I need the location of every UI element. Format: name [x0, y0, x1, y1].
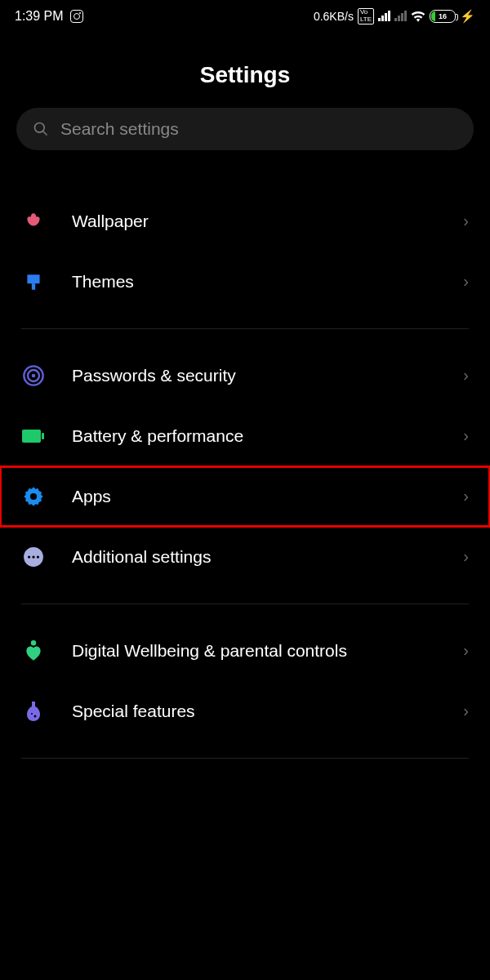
settings-item-wallpaper[interactable]: Wallpaper ›: [0, 191, 490, 252]
page-title: Settings: [0, 31, 490, 108]
settings-item-label: Special features: [72, 700, 437, 722]
chevron-right-icon: ›: [463, 547, 469, 566]
search-bar[interactable]: [16, 108, 474, 150]
settings-item-special[interactable]: Special features ›: [0, 681, 490, 742]
settings-item-themes[interactable]: Themes ›: [0, 252, 490, 312]
chevron-right-icon: ›: [463, 487, 469, 506]
svg-point-11: [28, 555, 30, 558]
search-icon: [33, 121, 49, 137]
divider: [21, 604, 469, 604]
network-speed: 0.6KB/s: [314, 10, 354, 23]
settings-item-label: Wallpaper: [72, 210, 437, 232]
svg-rect-3: [32, 283, 35, 290]
status-time: 1:39 PM: [15, 9, 64, 24]
volte-icon: VoLTE: [358, 8, 374, 24]
settings-item-security[interactable]: Passwords & security ›: [0, 345, 490, 406]
svg-point-13: [37, 555, 39, 558]
settings-item-apps[interactable]: Apps ›: [0, 466, 490, 527]
gear-icon: [21, 484, 46, 509]
signal-sim2-icon: [394, 11, 407, 21]
signal-icon: [378, 11, 390, 21]
settings-item-label: Apps: [72, 485, 437, 507]
chevron-right-icon: ›: [463, 641, 469, 660]
svg-point-16: [31, 713, 33, 715]
battery-icon: [21, 424, 46, 448]
svg-point-14: [31, 640, 36, 645]
instagram-icon: [70, 10, 83, 23]
svg-rect-8: [42, 433, 44, 439]
divider: [21, 328, 469, 329]
charging-icon: ⚡: [460, 9, 475, 24]
chevron-right-icon: ›: [463, 366, 469, 385]
svg-line-1: [43, 131, 47, 135]
flask-icon: [21, 699, 46, 724]
settings-item-wellbeing[interactable]: Digital Wellbeing & parental controls ›: [0, 621, 490, 681]
tulip-icon: [21, 209, 46, 234]
dots-icon: [21, 545, 46, 569]
svg-point-6: [32, 373, 36, 377]
chevron-right-icon: ›: [463, 212, 469, 230]
chevron-right-icon: ›: [463, 702, 469, 720]
svg-point-0: [35, 122, 45, 132]
settings-item-label: Battery & performance: [72, 425, 437, 447]
chevron-right-icon: ›: [463, 426, 469, 445]
svg-rect-7: [22, 430, 41, 443]
fingerprint-icon: [21, 363, 46, 388]
settings-item-label: Additional settings: [72, 546, 437, 568]
settings-item-additional[interactable]: Additional settings ›: [0, 527, 490, 587]
wifi-icon: [411, 11, 425, 22]
settings-list: Wallpaper › Themes › Passwords & securit…: [0, 150, 490, 759]
search-input[interactable]: [60, 119, 457, 139]
settings-item-label: Digital Wellbeing & parental controls: [72, 639, 437, 662]
settings-item-label: Passwords & security: [72, 364, 437, 386]
heart-person-icon: [21, 639, 46, 663]
svg-point-9: [30, 493, 37, 500]
brush-icon: [21, 270, 46, 294]
divider: [21, 758, 469, 759]
battery-icon: 16: [430, 10, 456, 23]
svg-point-15: [34, 715, 37, 717]
settings-item-label: Themes: [72, 270, 437, 292]
settings-item-battery[interactable]: Battery & performance ›: [0, 406, 490, 466]
svg-point-12: [32, 555, 34, 558]
status-bar: 1:39 PM 0.6KB/s VoLTE 16 ⚡: [0, 0, 490, 31]
svg-rect-2: [27, 274, 39, 283]
chevron-right-icon: ›: [463, 272, 469, 291]
